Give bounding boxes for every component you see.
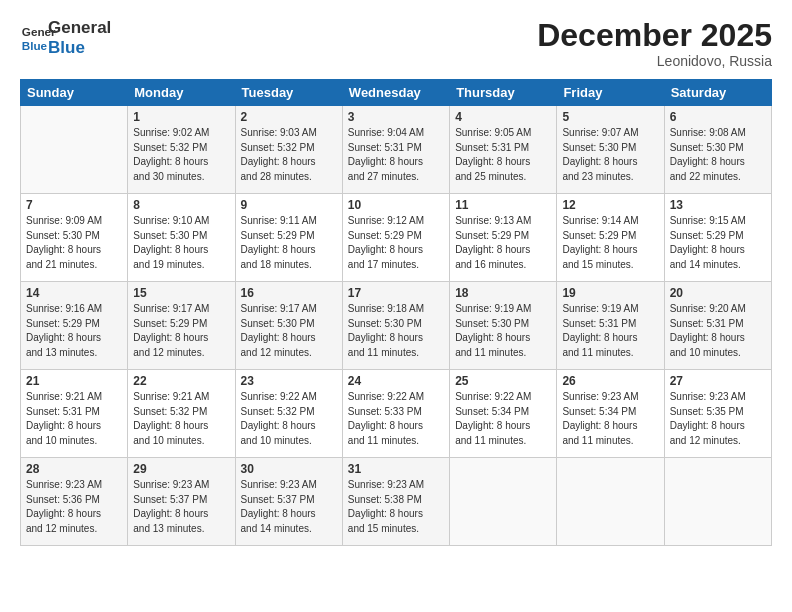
day-number: 4 [455, 110, 551, 124]
day-number: 19 [562, 286, 658, 300]
svg-text:Blue: Blue [22, 38, 48, 51]
day-number: 1 [133, 110, 229, 124]
calendar-cell: 27Sunrise: 9:23 AM Sunset: 5:35 PM Dayli… [664, 370, 771, 458]
day-number: 7 [26, 198, 122, 212]
weekday-header-sunday: Sunday [21, 80, 128, 106]
day-info: Sunrise: 9:21 AM Sunset: 5:32 PM Dayligh… [133, 390, 229, 448]
day-number: 8 [133, 198, 229, 212]
day-info: Sunrise: 9:12 AM Sunset: 5:29 PM Dayligh… [348, 214, 444, 272]
day-number: 22 [133, 374, 229, 388]
day-info: Sunrise: 9:08 AM Sunset: 5:30 PM Dayligh… [670, 126, 766, 184]
calendar-cell: 21Sunrise: 9:21 AM Sunset: 5:31 PM Dayli… [21, 370, 128, 458]
calendar-table: SundayMondayTuesdayWednesdayThursdayFrid… [20, 79, 772, 546]
day-number: 2 [241, 110, 337, 124]
week-row-4: 21Sunrise: 9:21 AM Sunset: 5:31 PM Dayli… [21, 370, 772, 458]
weekday-header-row: SundayMondayTuesdayWednesdayThursdayFrid… [21, 80, 772, 106]
day-info: Sunrise: 9:03 AM Sunset: 5:32 PM Dayligh… [241, 126, 337, 184]
day-info: Sunrise: 9:09 AM Sunset: 5:30 PM Dayligh… [26, 214, 122, 272]
calendar-cell [21, 106, 128, 194]
calendar-cell: 23Sunrise: 9:22 AM Sunset: 5:32 PM Dayli… [235, 370, 342, 458]
location: Leonidovo, Russia [537, 53, 772, 69]
calendar-cell: 2Sunrise: 9:03 AM Sunset: 5:32 PM Daylig… [235, 106, 342, 194]
day-info: Sunrise: 9:23 AM Sunset: 5:34 PM Dayligh… [562, 390, 658, 448]
calendar-cell: 7Sunrise: 9:09 AM Sunset: 5:30 PM Daylig… [21, 194, 128, 282]
page: General Blue General Blue December 2025 … [0, 0, 792, 612]
day-number: 14 [26, 286, 122, 300]
week-row-2: 7Sunrise: 9:09 AM Sunset: 5:30 PM Daylig… [21, 194, 772, 282]
day-number: 5 [562, 110, 658, 124]
day-info: Sunrise: 9:11 AM Sunset: 5:29 PM Dayligh… [241, 214, 337, 272]
header: General Blue General Blue December 2025 … [20, 18, 772, 69]
week-row-5: 28Sunrise: 9:23 AM Sunset: 5:36 PM Dayli… [21, 458, 772, 546]
calendar-cell: 15Sunrise: 9:17 AM Sunset: 5:29 PM Dayli… [128, 282, 235, 370]
month-title: December 2025 [537, 18, 772, 53]
day-info: Sunrise: 9:04 AM Sunset: 5:31 PM Dayligh… [348, 126, 444, 184]
logo-general: General [48, 18, 111, 38]
day-number: 23 [241, 374, 337, 388]
weekday-header-wednesday: Wednesday [342, 80, 449, 106]
calendar-cell: 31Sunrise: 9:23 AM Sunset: 5:38 PM Dayli… [342, 458, 449, 546]
calendar-cell: 25Sunrise: 9:22 AM Sunset: 5:34 PM Dayli… [450, 370, 557, 458]
day-info: Sunrise: 9:02 AM Sunset: 5:32 PM Dayligh… [133, 126, 229, 184]
day-info: Sunrise: 9:19 AM Sunset: 5:31 PM Dayligh… [562, 302, 658, 360]
day-info: Sunrise: 9:18 AM Sunset: 5:30 PM Dayligh… [348, 302, 444, 360]
calendar-cell: 5Sunrise: 9:07 AM Sunset: 5:30 PM Daylig… [557, 106, 664, 194]
day-info: Sunrise: 9:20 AM Sunset: 5:31 PM Dayligh… [670, 302, 766, 360]
week-row-3: 14Sunrise: 9:16 AM Sunset: 5:29 PM Dayli… [21, 282, 772, 370]
weekday-header-monday: Monday [128, 80, 235, 106]
day-info: Sunrise: 9:17 AM Sunset: 5:30 PM Dayligh… [241, 302, 337, 360]
calendar-cell: 6Sunrise: 9:08 AM Sunset: 5:30 PM Daylig… [664, 106, 771, 194]
day-info: Sunrise: 9:22 AM Sunset: 5:34 PM Dayligh… [455, 390, 551, 448]
calendar-cell: 17Sunrise: 9:18 AM Sunset: 5:30 PM Dayli… [342, 282, 449, 370]
day-number: 28 [26, 462, 122, 476]
logo: General Blue General Blue [20, 18, 111, 57]
day-number: 9 [241, 198, 337, 212]
day-info: Sunrise: 9:19 AM Sunset: 5:30 PM Dayligh… [455, 302, 551, 360]
day-number: 29 [133, 462, 229, 476]
day-info: Sunrise: 9:05 AM Sunset: 5:31 PM Dayligh… [455, 126, 551, 184]
calendar-cell: 20Sunrise: 9:20 AM Sunset: 5:31 PM Dayli… [664, 282, 771, 370]
day-number: 13 [670, 198, 766, 212]
day-number: 10 [348, 198, 444, 212]
day-number: 17 [348, 286, 444, 300]
calendar-cell [664, 458, 771, 546]
day-number: 12 [562, 198, 658, 212]
calendar-cell: 13Sunrise: 9:15 AM Sunset: 5:29 PM Dayli… [664, 194, 771, 282]
day-number: 3 [348, 110, 444, 124]
day-number: 16 [241, 286, 337, 300]
calendar-cell: 3Sunrise: 9:04 AM Sunset: 5:31 PM Daylig… [342, 106, 449, 194]
day-info: Sunrise: 9:23 AM Sunset: 5:37 PM Dayligh… [241, 478, 337, 536]
week-row-1: 1Sunrise: 9:02 AM Sunset: 5:32 PM Daylig… [21, 106, 772, 194]
day-number: 30 [241, 462, 337, 476]
calendar-cell: 1Sunrise: 9:02 AM Sunset: 5:32 PM Daylig… [128, 106, 235, 194]
calendar-cell: 9Sunrise: 9:11 AM Sunset: 5:29 PM Daylig… [235, 194, 342, 282]
day-info: Sunrise: 9:23 AM Sunset: 5:35 PM Dayligh… [670, 390, 766, 448]
day-number: 6 [670, 110, 766, 124]
day-number: 20 [670, 286, 766, 300]
day-number: 27 [670, 374, 766, 388]
calendar-cell: 14Sunrise: 9:16 AM Sunset: 5:29 PM Dayli… [21, 282, 128, 370]
day-info: Sunrise: 9:14 AM Sunset: 5:29 PM Dayligh… [562, 214, 658, 272]
calendar-cell: 29Sunrise: 9:23 AM Sunset: 5:37 PM Dayli… [128, 458, 235, 546]
calendar-cell: 26Sunrise: 9:23 AM Sunset: 5:34 PM Dayli… [557, 370, 664, 458]
day-info: Sunrise: 9:23 AM Sunset: 5:37 PM Dayligh… [133, 478, 229, 536]
day-info: Sunrise: 9:22 AM Sunset: 5:32 PM Dayligh… [241, 390, 337, 448]
calendar-cell: 28Sunrise: 9:23 AM Sunset: 5:36 PM Dayli… [21, 458, 128, 546]
day-number: 24 [348, 374, 444, 388]
day-info: Sunrise: 9:23 AM Sunset: 5:38 PM Dayligh… [348, 478, 444, 536]
day-info: Sunrise: 9:16 AM Sunset: 5:29 PM Dayligh… [26, 302, 122, 360]
day-info: Sunrise: 9:17 AM Sunset: 5:29 PM Dayligh… [133, 302, 229, 360]
day-info: Sunrise: 9:22 AM Sunset: 5:33 PM Dayligh… [348, 390, 444, 448]
day-number: 11 [455, 198, 551, 212]
day-info: Sunrise: 9:13 AM Sunset: 5:29 PM Dayligh… [455, 214, 551, 272]
day-number: 15 [133, 286, 229, 300]
calendar-cell: 22Sunrise: 9:21 AM Sunset: 5:32 PM Dayli… [128, 370, 235, 458]
day-info: Sunrise: 9:21 AM Sunset: 5:31 PM Dayligh… [26, 390, 122, 448]
calendar-cell: 30Sunrise: 9:23 AM Sunset: 5:37 PM Dayli… [235, 458, 342, 546]
day-info: Sunrise: 9:10 AM Sunset: 5:30 PM Dayligh… [133, 214, 229, 272]
calendar-cell: 10Sunrise: 9:12 AM Sunset: 5:29 PM Dayli… [342, 194, 449, 282]
day-number: 21 [26, 374, 122, 388]
calendar-cell: 4Sunrise: 9:05 AM Sunset: 5:31 PM Daylig… [450, 106, 557, 194]
day-info: Sunrise: 9:07 AM Sunset: 5:30 PM Dayligh… [562, 126, 658, 184]
calendar-cell [557, 458, 664, 546]
